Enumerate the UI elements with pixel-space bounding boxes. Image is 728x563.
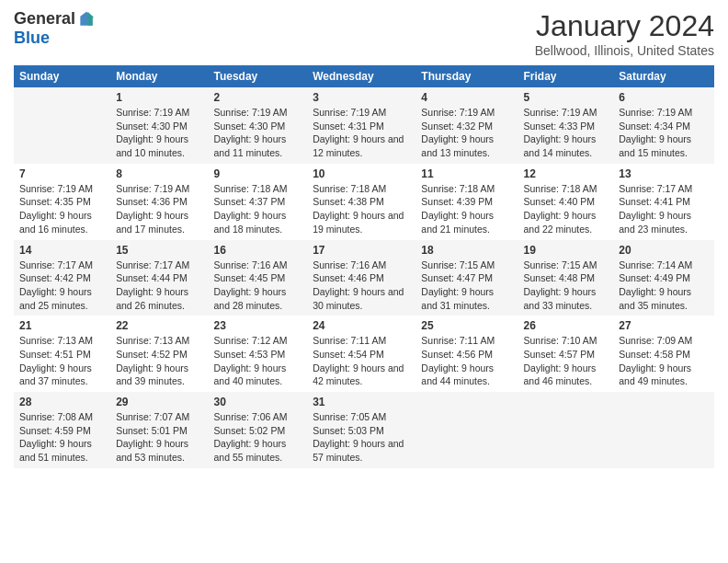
day-cell: 31Sunrise: 7:05 AMSunset: 5:03 PMDayligh… [307, 392, 415, 468]
weekday-header-friday: Friday [518, 65, 613, 87]
day-cell: 25Sunrise: 7:11 AMSunset: 4:56 PMDayligh… [415, 316, 518, 392]
title-area: January 2024 Bellwood, Illinois, United … [535, 9, 714, 58]
day-info: Sunrise: 7:18 AMSunset: 4:39 PMDaylight:… [421, 182, 512, 236]
day-info: Sunrise: 7:16 AMSunset: 4:46 PMDaylight:… [313, 259, 410, 313]
day-number: 15 [116, 244, 202, 257]
day-info: Sunrise: 7:19 AMSunset: 4:32 PMDaylight:… [421, 106, 512, 160]
day-info: Sunrise: 7:07 AMSunset: 5:01 PMDaylight:… [116, 410, 202, 465]
day-info: Sunrise: 7:08 AMSunset: 4:59 PMDaylight:… [19, 410, 105, 465]
day-number: 1 [116, 91, 202, 104]
day-info: Sunrise: 7:05 AMSunset: 5:03 PMDaylight:… [313, 410, 410, 465]
weekday-header-sunday: Sunday [14, 65, 110, 87]
day-cell: 13Sunrise: 7:17 AMSunset: 4:41 PMDayligh… [613, 164, 714, 240]
day-info: Sunrise: 7:15 AMSunset: 4:47 PMDaylight:… [421, 259, 512, 313]
day-info: Sunrise: 7:14 AMSunset: 4:49 PMDaylight:… [619, 259, 709, 313]
month-title: January 2024 [535, 9, 714, 43]
day-cell: 4Sunrise: 7:19 AMSunset: 4:32 PMDaylight… [415, 87, 518, 164]
weekday-header-wednesday: Wednesday [307, 65, 415, 87]
day-cell [415, 392, 518, 468]
day-cell: 18Sunrise: 7:15 AMSunset: 4:47 PMDayligh… [415, 240, 518, 316]
day-info: Sunrise: 7:17 AMSunset: 4:42 PMDaylight:… [19, 259, 105, 313]
day-cell: 16Sunrise: 7:16 AMSunset: 4:45 PMDayligh… [209, 240, 308, 316]
week-row-3: 14Sunrise: 7:17 AMSunset: 4:42 PMDayligh… [14, 240, 714, 316]
day-info: Sunrise: 7:19 AMSunset: 4:31 PMDaylight:… [313, 106, 410, 160]
day-number: 11 [421, 167, 512, 180]
day-info: Sunrise: 7:18 AMSunset: 4:40 PMDaylight:… [523, 182, 608, 236]
day-info: Sunrise: 7:10 AMSunset: 4:57 PMDaylight:… [523, 334, 608, 388]
calendar-table: SundayMondayTuesdayWednesdayThursdayFrid… [14, 65, 714, 468]
location: Bellwood, Illinois, United States [535, 43, 714, 58]
day-number: 2 [214, 91, 302, 104]
weekday-header-thursday: Thursday [415, 65, 518, 87]
day-cell [518, 392, 613, 468]
logo-icon [77, 10, 96, 29]
day-number: 10 [313, 167, 410, 180]
weekday-header-tuesday: Tuesday [209, 65, 308, 87]
day-number: 18 [421, 244, 512, 257]
day-cell: 6Sunrise: 7:19 AMSunset: 4:34 PMDaylight… [613, 87, 714, 164]
day-cell: 14Sunrise: 7:17 AMSunset: 4:42 PMDayligh… [14, 240, 110, 316]
day-number: 13 [619, 167, 709, 180]
day-cell: 11Sunrise: 7:18 AMSunset: 4:39 PMDayligh… [415, 164, 518, 240]
day-number: 26 [523, 319, 608, 332]
day-info: Sunrise: 7:17 AMSunset: 4:41 PMDaylight:… [619, 182, 709, 236]
logo-blue: Blue [14, 29, 50, 47]
day-cell: 9Sunrise: 7:18 AMSunset: 4:37 PMDaylight… [209, 164, 308, 240]
day-number: 4 [421, 91, 512, 104]
logo-general: General [14, 9, 75, 29]
day-cell: 7Sunrise: 7:19 AMSunset: 4:35 PMDaylight… [14, 164, 110, 240]
day-number: 16 [214, 244, 302, 257]
day-number: 31 [313, 396, 410, 408]
day-number: 3 [313, 91, 410, 104]
day-number: 22 [116, 319, 202, 332]
day-number: 5 [523, 91, 608, 104]
day-info: Sunrise: 7:19 AMSunset: 4:33 PMDaylight:… [523, 106, 608, 160]
day-cell: 2Sunrise: 7:19 AMSunset: 4:30 PMDaylight… [209, 87, 308, 164]
day-number: 14 [19, 244, 105, 257]
day-number: 30 [214, 396, 302, 408]
week-row-4: 21Sunrise: 7:13 AMSunset: 4:51 PMDayligh… [14, 316, 714, 392]
day-number: 12 [523, 167, 608, 180]
day-cell [14, 87, 110, 164]
day-cell: 21Sunrise: 7:13 AMSunset: 4:51 PMDayligh… [14, 316, 110, 392]
day-number: 20 [619, 244, 709, 257]
day-info: Sunrise: 7:11 AMSunset: 4:54 PMDaylight:… [313, 334, 410, 388]
day-cell: 23Sunrise: 7:12 AMSunset: 4:53 PMDayligh… [209, 316, 308, 392]
day-info: Sunrise: 7:16 AMSunset: 4:45 PMDaylight:… [214, 259, 302, 313]
day-number: 23 [214, 319, 302, 332]
day-cell: 3Sunrise: 7:19 AMSunset: 4:31 PMDaylight… [307, 87, 415, 164]
day-info: Sunrise: 7:18 AMSunset: 4:37 PMDaylight:… [214, 182, 302, 236]
day-number: 27 [619, 319, 709, 332]
day-cell: 15Sunrise: 7:17 AMSunset: 4:44 PMDayligh… [110, 240, 208, 316]
day-info: Sunrise: 7:11 AMSunset: 4:56 PMDaylight:… [421, 334, 512, 388]
day-cell: 10Sunrise: 7:18 AMSunset: 4:38 PMDayligh… [307, 164, 415, 240]
weekday-header-saturday: Saturday [613, 65, 714, 87]
weekday-header-monday: Monday [110, 65, 208, 87]
day-cell: 1Sunrise: 7:19 AMSunset: 4:30 PMDaylight… [110, 87, 208, 164]
day-number: 25 [421, 319, 512, 332]
day-info: Sunrise: 7:13 AMSunset: 4:52 PMDaylight:… [116, 334, 202, 388]
day-info: Sunrise: 7:13 AMSunset: 4:51 PMDaylight:… [19, 334, 105, 388]
day-info: Sunrise: 7:06 AMSunset: 5:02 PMDaylight:… [214, 410, 302, 465]
day-info: Sunrise: 7:19 AMSunset: 4:35 PMDaylight:… [19, 182, 105, 236]
logo: General Blue [14, 9, 96, 48]
day-cell: 19Sunrise: 7:15 AMSunset: 4:48 PMDayligh… [518, 240, 613, 316]
day-cell: 8Sunrise: 7:19 AMSunset: 4:36 PMDaylight… [110, 164, 208, 240]
day-info: Sunrise: 7:17 AMSunset: 4:44 PMDaylight:… [116, 259, 202, 313]
day-number: 29 [116, 396, 202, 408]
header: General Blue January 2024 Bellwood, Illi… [14, 9, 714, 58]
day-cell: 28Sunrise: 7:08 AMSunset: 4:59 PMDayligh… [14, 392, 110, 468]
day-info: Sunrise: 7:18 AMSunset: 4:38 PMDaylight:… [313, 182, 410, 236]
day-cell: 20Sunrise: 7:14 AMSunset: 4:49 PMDayligh… [613, 240, 714, 316]
day-info: Sunrise: 7:19 AMSunset: 4:34 PMDaylight:… [619, 106, 709, 160]
week-row-5: 28Sunrise: 7:08 AMSunset: 4:59 PMDayligh… [14, 392, 714, 468]
day-number: 19 [523, 244, 608, 257]
day-info: Sunrise: 7:19 AMSunset: 4:36 PMDaylight:… [116, 182, 202, 236]
day-info: Sunrise: 7:12 AMSunset: 4:53 PMDaylight:… [214, 334, 302, 388]
day-number: 6 [619, 91, 709, 104]
day-cell: 26Sunrise: 7:10 AMSunset: 4:57 PMDayligh… [518, 316, 613, 392]
day-cell: 30Sunrise: 7:06 AMSunset: 5:02 PMDayligh… [209, 392, 308, 468]
day-number: 21 [19, 319, 105, 332]
day-number: 28 [19, 396, 105, 408]
day-info: Sunrise: 7:19 AMSunset: 4:30 PMDaylight:… [116, 106, 202, 160]
